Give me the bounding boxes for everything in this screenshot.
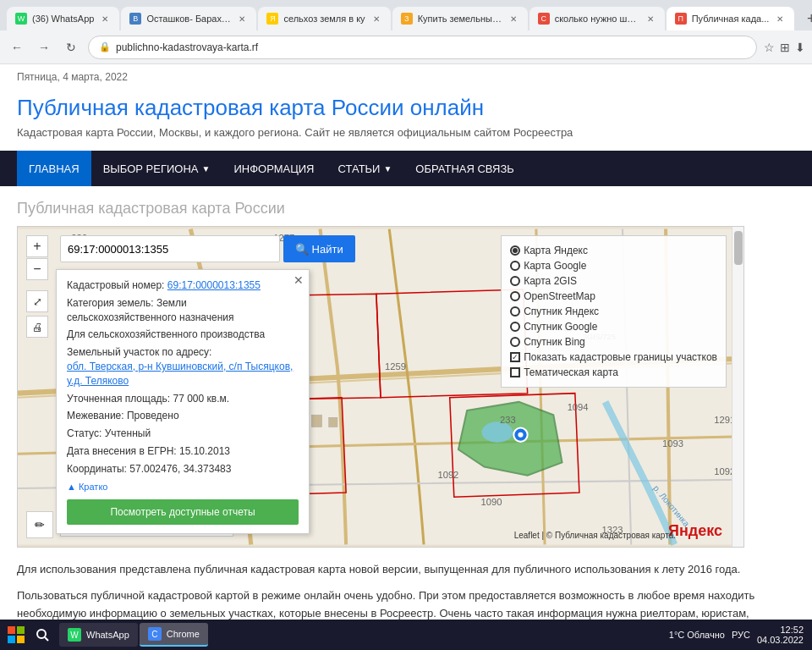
fullscreen-button[interactable]: ⤢ xyxy=(26,290,48,312)
nav-item-статьи[interactable]: СТАТЬИ▼ xyxy=(326,151,404,186)
taskbar-app-whatsapp[interactable]: WWhatsApp xyxy=(59,623,138,644)
layer-checkbox-icon: ✓ xyxy=(510,352,520,362)
tab-close-icon[interactable]: ✕ xyxy=(370,13,382,25)
page-subtitle: Кадастровая карта России, Москвы, и кажд… xyxy=(17,126,795,139)
windows-logo-icon xyxy=(8,626,25,643)
map-edit-button[interactable]: ✏ xyxy=(26,511,53,538)
layer-item[interactable]: OpenStreetMap xyxy=(510,289,717,304)
tab-favicon: W xyxy=(15,13,27,25)
popup-coords-label: Координаты: xyxy=(67,463,127,475)
new-tab-button[interactable]: + xyxy=(799,7,812,30)
browser-tab-tab-yandex[interactable]: Ясельхоз земля в ку✕ xyxy=(258,7,390,30)
forward-button[interactable]: → xyxy=(34,37,54,58)
layer-item[interactable]: Спутник Google xyxy=(510,319,717,334)
lock-icon: 🔒 xyxy=(99,41,111,52)
browser-tab-tab-whatsapp[interactable]: W(36) WhatsApp✕ xyxy=(7,7,119,30)
popup-category-label: Категория земель: xyxy=(67,297,154,309)
layer-label: Карта 2GIS xyxy=(524,275,577,287)
popup-status-row: Статус: Учтенный xyxy=(67,427,299,441)
tab-close-icon[interactable]: ✕ xyxy=(236,13,248,25)
map-search-input[interactable] xyxy=(60,235,280,262)
taskbar-app-chrome[interactable]: CChrome xyxy=(140,623,208,644)
taskbar-date: 04.03.2022 xyxy=(757,635,804,644)
popup-report-button[interactable]: Посмотреть доступные отчеты xyxy=(67,499,299,525)
layer-radio-icon xyxy=(510,337,520,347)
tab-favicon: В xyxy=(129,13,141,25)
taskbar-time-display: 12:52 04.03.2022 xyxy=(757,625,804,644)
page-text-paragraph-2: Пользоваться публичной кадастровой карто… xyxy=(17,587,795,623)
layer-label: Карта Google xyxy=(524,260,586,272)
layer-item[interactable]: ✓Показать кадастровые границы участков xyxy=(510,350,717,365)
layer-item[interactable]: Карта Google xyxy=(510,258,717,273)
layer-radio-icon xyxy=(510,261,520,271)
tab-close-icon[interactable]: ✕ xyxy=(774,13,786,25)
zoom-out-button[interactable]: − xyxy=(26,258,48,280)
address-input-container[interactable]: 🔒 publichno-kadastrovaya-karta.rf xyxy=(88,36,757,59)
map-search-button[interactable]: 🔍 Найти xyxy=(283,235,355,262)
back-button[interactable]: ← xyxy=(7,37,27,58)
start-button[interactable] xyxy=(3,622,29,644)
nav-item-информация[interactable]: ИНФОРМАЦИЯ xyxy=(222,151,326,186)
map-yandex-watermark: Яндекс xyxy=(668,522,722,540)
svg-rect-25 xyxy=(17,626,25,634)
popup-date-row: Дата внесения в ЕГРН: 15.10.2013 xyxy=(67,444,299,459)
taskbar-app-icon: W xyxy=(68,628,81,642)
page-text-paragraph-1: Для использования представлена публичная… xyxy=(17,561,795,579)
map-scrollbar[interactable] xyxy=(732,227,743,547)
layer-item[interactable]: Карта 2GIS xyxy=(510,273,717,289)
layer-radio-icon xyxy=(510,322,520,332)
svg-rect-24 xyxy=(8,626,15,634)
taskbar-app-label: WhatsApp xyxy=(86,630,129,640)
svg-text:1093: 1093 xyxy=(662,438,683,449)
popup-usage-value: Для сельскохозяйственного производства xyxy=(67,328,265,340)
popup-survey-value: Проведено xyxy=(127,410,179,421)
browser-tab-tab-kadastr[interactable]: ППубличная када...✕ xyxy=(667,7,795,30)
nav-item-обратная-связь[interactable]: ОБРАТНАЯ СВЯЗЬ xyxy=(403,151,526,186)
layer-checkbox-icon xyxy=(510,367,520,377)
layer-label: OpenStreetMap xyxy=(524,290,595,302)
browser-tab-tab-calc[interactable]: Ссколько нужно ши...✕ xyxy=(529,7,665,30)
layer-item[interactable]: Спутник Bing xyxy=(510,334,717,350)
zoom-in-button[interactable]: + xyxy=(26,235,48,257)
bookmark-icon[interactable]: ☆ xyxy=(764,41,775,54)
layer-item[interactable]: Карта Яндекс xyxy=(510,243,717,258)
svg-point-28 xyxy=(37,630,46,638)
svg-point-4 xyxy=(518,432,523,438)
site-nav: ГЛАВНАЯВЫБОР РЕГИОНА▼ИНФОРМАЦИЯСТАТЬИ▼ОБ… xyxy=(0,151,812,186)
svg-text:1094: 1094 xyxy=(568,402,589,412)
tab-favicon: З xyxy=(401,13,413,25)
taskbar: WWhatsAppCChrome 1°C Облачно РУС 12:52 0… xyxy=(0,620,812,644)
print-button[interactable]: 🖨 xyxy=(26,316,48,338)
map-zoom-controls: + − xyxy=(26,235,48,280)
map-container[interactable]: 236 1277 1259 1259 233 234 1092 1090 109… xyxy=(17,226,744,548)
taskbar-right: 1°C Облачно РУС 12:52 04.03.2022 xyxy=(669,625,809,644)
extensions-icon[interactable]: ⊞ xyxy=(780,41,790,54)
layer-item[interactable]: Тематическая карта xyxy=(510,365,717,380)
nav-item-главная[interactable]: ГЛАВНАЯ xyxy=(17,151,91,186)
tab-close-icon[interactable]: ✕ xyxy=(508,13,519,25)
popup-address-link[interactable]: обл. Тверская, р-н Кувшиновский, с/п Тыс… xyxy=(67,361,293,387)
popup-close-button[interactable]: ✕ xyxy=(294,273,304,287)
address-right-controls: ☆ ⊞ ⬇ xyxy=(764,41,805,54)
map-leaflet-attribution: Leaflet | © Публичная кадастровая карта. xyxy=(514,531,676,540)
search-taskbar-icon[interactable] xyxy=(30,623,54,644)
popup-cadastral-link[interactable]: 69:17:0000013:1355 xyxy=(167,279,261,291)
svg-rect-7 xyxy=(329,417,337,427)
map-layers-panel: Карта ЯндексКарта GoogleКарта 2GISOpenSt… xyxy=(501,235,727,388)
map-search-bar: 🔍 Найти xyxy=(60,235,355,262)
popup-area-row: Уточненная площадь: 77 000 кв.м. xyxy=(67,392,299,406)
svg-rect-27 xyxy=(17,636,25,643)
popup-address-label: Земельный участок по адресу: xyxy=(67,346,211,358)
nav-item-выбор-региона[interactable]: ВЫБОР РЕГИОНА▼ xyxy=(91,151,222,186)
browser-tab-tab-land[interactable]: ЗКупить земельный ...✕ xyxy=(392,7,528,30)
popup-area-label: Уточненная площадь: xyxy=(67,393,170,405)
popup-short-link[interactable]: Кратко xyxy=(67,482,107,492)
browser-tab-tab-vk1[interactable]: ВОсташков- Барахо...✕ xyxy=(121,7,256,30)
refresh-button[interactable]: ↻ xyxy=(61,37,81,58)
popup-date-label: Дата внесения в ЕГРН: xyxy=(67,445,177,457)
tab-close-icon[interactable]: ✕ xyxy=(645,13,656,25)
download-icon[interactable]: ⬇ xyxy=(795,41,805,54)
scrollbar-thumb[interactable] xyxy=(734,231,743,265)
layer-item[interactable]: Спутник Яндекс xyxy=(510,304,717,319)
tab-close-icon[interactable]: ✕ xyxy=(99,13,111,25)
